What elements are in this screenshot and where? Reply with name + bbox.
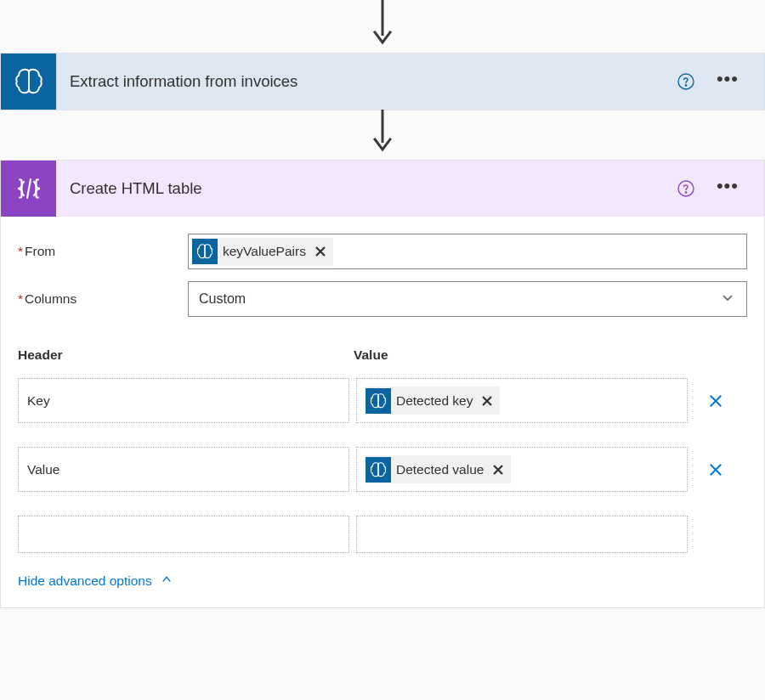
remove-row-button[interactable] <box>694 447 737 492</box>
column-value-input[interactable]: Detected key <box>356 378 688 423</box>
remove-row-button[interactable] <box>694 378 737 423</box>
svg-point-2 <box>685 85 687 87</box>
column-header-input[interactable]: Value <box>18 447 349 492</box>
columns-value: Custom <box>199 291 246 307</box>
token-label: keyValuePairs <box>223 244 306 259</box>
column-mapping-row: Key Detected key <box>18 378 747 423</box>
token-label: Detected value <box>396 462 484 477</box>
column-value-input[interactable]: Detected value <box>356 447 688 492</box>
flow-arrow <box>0 110 765 160</box>
more-icon[interactable]: ••• <box>717 70 739 93</box>
action-card-create-html-table: Create HTML table ••• *From <box>0 160 765 608</box>
column-value-input[interactable] <box>356 516 688 553</box>
flow-arrow <box>0 0 765 53</box>
action-title: Create HTML table <box>56 179 677 198</box>
column-mapping-row: Value Detected value <box>18 447 747 492</box>
brain-icon <box>366 457 391 483</box>
from-label: *From <box>18 244 188 259</box>
help-icon[interactable] <box>677 73 694 90</box>
remove-token-icon[interactable] <box>311 242 330 261</box>
from-input[interactable]: keyValuePairs <box>188 234 747 269</box>
columns-select[interactable]: Custom <box>188 281 747 317</box>
brain-icon <box>366 388 391 414</box>
data-operations-icon <box>1 161 56 217</box>
column-mapping-row <box>18 516 747 553</box>
hide-advanced-options-link[interactable]: Hide advanced options <box>18 562 747 604</box>
remove-token-icon[interactable] <box>478 392 496 410</box>
columns-label: *Columns <box>18 291 188 307</box>
remove-row-placeholder <box>694 516 737 553</box>
chevron-up-icon <box>161 573 173 589</box>
brain-icon <box>192 239 218 264</box>
help-icon[interactable] <box>677 180 694 197</box>
token-label: Detected key <box>396 393 473 409</box>
svg-point-5 <box>685 192 687 194</box>
remove-token-icon[interactable] <box>489 460 507 479</box>
columns-header-value: Value <box>354 347 747 363</box>
chevron-down-icon <box>721 291 734 308</box>
token-detected-key[interactable]: Detected key <box>366 387 500 415</box>
action-title: Extract information from invoices <box>56 72 677 91</box>
action-header[interactable]: Create HTML table ••• <box>1 161 764 217</box>
action-card-extract[interactable]: Extract information from invoices ••• <box>0 53 765 110</box>
column-header-input[interactable]: Key <box>18 378 349 423</box>
token-keyvaluepairs[interactable]: keyValuePairs <box>192 238 333 266</box>
token-detected-value[interactable]: Detected value <box>366 455 511 483</box>
brain-icon <box>1 54 56 110</box>
more-icon[interactable]: ••• <box>717 177 739 200</box>
columns-header-header: Header <box>18 347 354 363</box>
column-header-input[interactable] <box>18 516 349 553</box>
